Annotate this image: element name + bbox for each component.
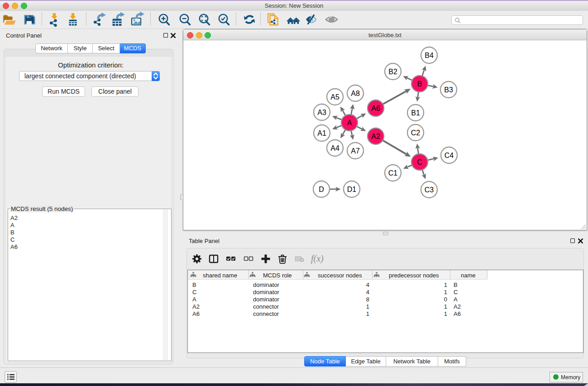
svg-text:C: C	[417, 158, 422, 166]
svg-text:A8: A8	[351, 90, 360, 97]
svg-text:D1: D1	[347, 186, 357, 193]
svg-text:A5: A5	[330, 93, 339, 101]
svg-text:A4: A4	[330, 144, 339, 152]
svg-text:A6: A6	[371, 105, 380, 112]
svg-text:A2: A2	[371, 133, 380, 140]
svg-text:C1: C1	[388, 169, 398, 177]
svg-text:B4: B4	[425, 52, 434, 59]
svg-text:B2: B2	[388, 68, 397, 76]
svg-text:A: A	[347, 119, 352, 127]
svg-text:D: D	[319, 186, 324, 193]
svg-text:C3: C3	[425, 186, 434, 194]
svg-text:C2: C2	[411, 129, 421, 137]
svg-text:B: B	[417, 80, 422, 88]
svg-text:A3: A3	[317, 109, 326, 116]
svg-text:B1: B1	[411, 109, 420, 117]
svg-text:A1: A1	[317, 129, 326, 137]
svg-text:C4: C4	[445, 152, 454, 159]
svg-text:A7: A7	[351, 147, 360, 155]
svg-text:B3: B3	[444, 86, 453, 94]
